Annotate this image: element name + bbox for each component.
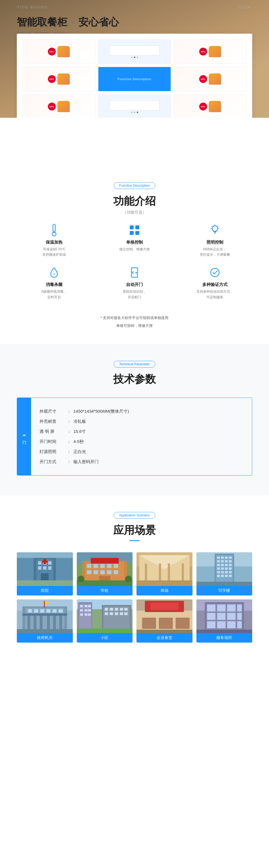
svg-rect-44	[93, 570, 98, 574]
service-img	[196, 599, 253, 633]
svg-rect-126	[88, 614, 91, 616]
svg-rect-6	[135, 231, 139, 235]
param-row-0: 外观尺寸 ： 1450*1434*500MM(整体尺寸)	[39, 406, 243, 416]
svg-rect-58	[159, 563, 161, 583]
scenario-gov-label: 政府机关	[17, 633, 73, 643]
hero-section: SIDE BOARD GZZN. 智能取餐柜 · 安心省心 快捷方案、节省时间、…	[0, 0, 269, 118]
kfc-logo-3: KFC	[199, 48, 207, 56]
svg-point-63	[175, 558, 177, 560]
svg-rect-0	[53, 224, 55, 232]
svg-rect-163	[227, 621, 235, 628]
param-colon-1: ：	[67, 416, 71, 427]
param-row-2: 透 明 屏 ： 15.6寸	[39, 427, 243, 436]
svg-rect-157	[207, 613, 215, 620]
support-note-2: 单格可拆卸，维修方便	[17, 322, 252, 330]
svg-rect-60	[182, 563, 184, 583]
svg-rect-5	[130, 231, 134, 235]
svg-rect-109	[53, 609, 57, 613]
svg-rect-27	[43, 566, 46, 570]
dot-3	[137, 57, 138, 58]
scenario-hospital-label: 医院	[17, 586, 73, 595]
svg-rect-112	[44, 601, 45, 608]
svg-rect-75	[225, 560, 228, 562]
door-label-text: 9门	[22, 434, 27, 438]
bulb-icon	[208, 223, 222, 237]
svg-rect-26	[38, 566, 41, 570]
function-section: Function Description 功能介绍 （功能可选） 保温加热 可保…	[0, 118, 269, 344]
svg-line-11	[218, 226, 218, 226]
param-value-3: 4-5秒	[73, 436, 84, 446]
svg-rect-57	[145, 563, 147, 583]
svg-rect-28	[48, 566, 52, 570]
feature-6-name: 多种验证方式	[202, 282, 228, 287]
product-cell-4: KFC	[23, 67, 95, 91]
tech-title: 技术参数	[17, 372, 252, 386]
screen-dots-1	[131, 57, 138, 58]
param-row-5: 开门方式 ： 输入密码开门	[39, 457, 243, 467]
app-title: 应用场景	[17, 523, 252, 537]
product-grid: KFC KFC KFC Function Desc	[23, 39, 246, 118]
kfc-logo-7: KFC	[48, 103, 56, 111]
scenario-grid-row1: 医院	[17, 552, 252, 595]
tech-params-list: 外观尺寸 ： 1450*1434*500MM(整体尺寸) 外壳材质 ： 冷轧板 …	[39, 406, 243, 467]
svg-rect-144	[150, 603, 178, 610]
svg-rect-82	[221, 567, 224, 570]
svg-rect-132	[120, 608, 123, 611]
feature-2-name: 单格控制	[126, 240, 143, 245]
svg-rect-90	[221, 575, 224, 577]
scenario-mall: 商场	[136, 552, 193, 595]
param-value-4: 正白光	[73, 446, 86, 457]
svg-rect-120	[88, 605, 91, 607]
dot-6	[137, 112, 138, 113]
gov-img	[17, 599, 73, 633]
svg-rect-25	[48, 561, 52, 565]
community-img	[77, 599, 133, 633]
svg-rect-147	[176, 618, 190, 629]
check-icon	[208, 266, 222, 279]
param-row-3: 开门时间 ： 4-5秒	[39, 436, 243, 446]
screen-dots-2	[131, 112, 138, 113]
door-label-tab: 9门	[17, 398, 31, 475]
svg-rect-117	[79, 603, 91, 630]
scenario-office-label: 写字楼	[196, 586, 253, 595]
svg-rect-72	[229, 557, 231, 559]
feature-3-desc: 6500K正白光， 亮灯提示，方便吸餐	[200, 247, 230, 257]
function-badge-label: Function Description	[114, 182, 155, 189]
svg-rect-38	[87, 564, 91, 568]
svg-rect-139	[77, 628, 133, 633]
app-section: Application Scenario 应用场景	[0, 495, 269, 662]
svg-rect-130	[109, 608, 113, 611]
feature-lighting: 照明控制 6500K正白光， 亮灯提示，方便吸餐	[177, 223, 252, 257]
dot-2	[134, 57, 135, 58]
svg-rect-84	[229, 567, 231, 570]
svg-rect-110	[59, 609, 63, 613]
scenario-service: 服务场所	[196, 599, 253, 643]
svg-rect-93	[196, 582, 253, 586]
svg-rect-121	[80, 609, 83, 612]
svg-rect-153	[207, 604, 215, 612]
logo-text: GZZN.	[238, 5, 252, 9]
svg-rect-101	[47, 615, 50, 630]
svg-rect-42	[113, 564, 118, 568]
svg-rect-86	[221, 571, 224, 574]
svg-rect-124	[80, 614, 83, 616]
param-colon-3: ：	[67, 436, 71, 446]
scenario-canteen: 企业食堂	[136, 599, 193, 643]
feature-6-desc: 支持多种自动识别方式， 可定制服务	[196, 289, 233, 300]
features-grid: 保温加热 可保温60-70°C 支持微波炉加温 单格控制 独立控制、维修方便	[17, 223, 252, 300]
svg-rect-136	[114, 612, 118, 615]
svg-rect-64	[136, 580, 193, 586]
svg-rect-87	[225, 571, 228, 574]
product-cell-8	[98, 94, 171, 118]
svg-rect-81	[217, 567, 220, 570]
scenario-mall-label: 商场	[136, 586, 193, 595]
scenario-hospital: 医院	[17, 552, 73, 595]
svg-rect-40	[100, 564, 104, 568]
svg-rect-69	[217, 557, 220, 559]
svg-rect-134	[104, 612, 108, 615]
scenario-community-label: 小区	[77, 633, 133, 643]
drop-icon	[47, 266, 61, 279]
svg-rect-77	[217, 564, 220, 566]
svg-rect-145	[142, 618, 156, 629]
svg-rect-137	[120, 612, 123, 615]
